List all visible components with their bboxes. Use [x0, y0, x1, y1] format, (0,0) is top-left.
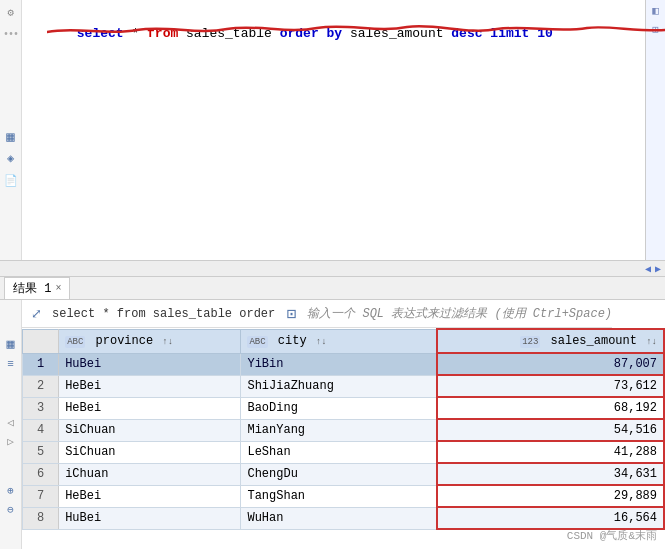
- scroll-right-arrow[interactable]: ▶: [655, 263, 661, 275]
- result-tabs: 结果 1 ×: [0, 276, 665, 300]
- city-cell: ChengDu: [241, 463, 437, 485]
- row-num-cell: 5: [23, 441, 59, 463]
- col-sort-sales[interactable]: ↑↓: [646, 337, 657, 347]
- col-header-sales[interactable]: 123 sales_amount ↑↓: [437, 329, 664, 353]
- table-name: sales_table: [178, 26, 279, 41]
- row-num-cell: 2: [23, 375, 59, 397]
- city-cell: YiBin: [241, 353, 437, 375]
- left-icon-grid[interactable]: ▦: [7, 336, 15, 352]
- gear-icon[interactable]: ⚙: [3, 4, 19, 20]
- left-icon-sort2[interactable]: ⊖: [7, 503, 14, 516]
- city-cell: ShiJiaZhuang: [241, 375, 437, 397]
- col-sort-city[interactable]: ↑↓: [316, 337, 327, 347]
- row-num-cell: 3: [23, 397, 59, 419]
- table-row[interactable]: 8HuBeiWuHan16,564: [23, 507, 665, 529]
- star: *: [124, 26, 147, 41]
- table-row[interactable]: 3HeBeiBaoDing68,192: [23, 397, 665, 419]
- province-cell: HeBei: [59, 485, 241, 507]
- table-row[interactable]: 7HeBeiTangShan29,889: [23, 485, 665, 507]
- sales-cell: 73,612: [437, 375, 664, 397]
- limit-number: 10: [537, 26, 553, 41]
- city-cell: BaoDing: [241, 397, 437, 419]
- keyword-order: order: [280, 26, 319, 41]
- horizontal-scrollbar[interactable]: ◀ ▶: [0, 260, 665, 276]
- editor-area: ⚙ ••• ▦ ◈ 📄 select * from sales_table or…: [0, 0, 665, 260]
- row-num-cell: 4: [23, 419, 59, 441]
- results-table-wrapper: ABC province ↑↓ ABC city ↑↓ 123 sales_am…: [22, 328, 665, 549]
- keyword-by: by: [319, 26, 342, 41]
- row-num-cell: 1: [23, 353, 59, 375]
- col-header-rownum: [23, 329, 59, 353]
- sales-cell: 54,516: [437, 419, 664, 441]
- sql-line: select * from sales_table order by sales…: [30, 4, 637, 64]
- editor-main[interactable]: select * from sales_table order by sales…: [22, 0, 645, 260]
- city-cell: WuHan: [241, 507, 437, 529]
- file-icon[interactable]: 📄: [3, 172, 19, 188]
- col-type-province: ABC: [65, 336, 85, 348]
- filter-sql-preview: select * from sales_table order: [52, 307, 275, 321]
- left-icon-table[interactable]: ≡: [7, 358, 14, 370]
- results-left-icons-top: [0, 300, 22, 328]
- sales-cell: 34,631: [437, 463, 664, 485]
- order-column: sales_amount: [342, 26, 451, 41]
- province-cell: HeBei: [59, 375, 241, 397]
- sales-cell: 87,007: [437, 353, 664, 375]
- keyword-from: from: [147, 26, 178, 41]
- results-table: ABC province ↑↓ ABC city ↑↓ 123 sales_am…: [22, 328, 665, 530]
- dots-icon: •••: [3, 26, 19, 42]
- table-row[interactable]: 6iChuanChengDu34,631: [23, 463, 665, 485]
- table-row[interactable]: 4SiChuanMianYang54,516: [23, 419, 665, 441]
- filter-bar: ⤢ select * from sales_table order ⊡ 输入一个…: [22, 300, 612, 328]
- filter-icon[interactable]: ⊡: [281, 304, 301, 324]
- filter-bar-row: ⤢ select * from sales_table order ⊡ 输入一个…: [0, 300, 665, 328]
- expand-icon[interactable]: ⤢: [26, 304, 46, 324]
- sales-cell: 41,288: [437, 441, 664, 463]
- result-tab-1[interactable]: 结果 1 ×: [4, 277, 70, 299]
- keyword-desc: desc: [451, 26, 482, 41]
- keyword-limit: limit: [483, 26, 538, 41]
- filter-input-placeholder[interactable]: 输入一个 SQL 表达式来过滤结果 (使用 Ctrl+Space): [307, 305, 612, 322]
- col-sort-province[interactable]: ↑↓: [162, 337, 173, 347]
- col-header-city[interactable]: ABC city ↑↓: [241, 329, 437, 353]
- col-label-sales: sales_amount: [551, 334, 637, 348]
- province-cell: iChuan: [59, 463, 241, 485]
- row-num-cell: 8: [23, 507, 59, 529]
- col-type-city: ABC: [247, 336, 267, 348]
- table-row[interactable]: 2HeBeiShiJiaZhuang73,612: [23, 375, 665, 397]
- results-area: ▦ ≡ ◁ ▷ ⊕ ⊖ ABC province ↑↓: [0, 328, 665, 549]
- toolbar-icon-2[interactable]: ⊞: [652, 23, 659, 36]
- province-cell: HuBei: [59, 353, 241, 375]
- toolbar-icon-1[interactable]: ◧: [652, 4, 659, 17]
- province-cell: SiChuan: [59, 419, 241, 441]
- city-cell: TangShan: [241, 485, 437, 507]
- left-icon-nav[interactable]: ◁: [7, 416, 14, 429]
- run-icon[interactable]: ◈: [3, 150, 19, 166]
- watermark: CSDN @气质&末雨: [567, 528, 657, 543]
- results-left-icons: ▦ ≡ ◁ ▷ ⊕ ⊖: [0, 328, 22, 549]
- col-label-city: city: [278, 334, 307, 348]
- bottom-area: 结果 1 × ⤢ select * from sales_table order…: [0, 276, 665, 549]
- keyword-select: select: [77, 26, 124, 41]
- sales-cell: 68,192: [437, 397, 664, 419]
- table-icon[interactable]: ▦: [3, 128, 19, 144]
- sales-cell: 16,564: [437, 507, 664, 529]
- left-gutter: ⚙ ••• ▦ ◈ 📄: [0, 0, 22, 260]
- sales-cell: 29,889: [437, 485, 664, 507]
- province-cell: HeBei: [59, 397, 241, 419]
- tab-close-button[interactable]: ×: [55, 283, 61, 294]
- scroll-left-arrow[interactable]: ◀: [645, 263, 651, 275]
- result-tab-label: 结果 1: [13, 280, 51, 297]
- table-row[interactable]: 5SiChuanLeShan41,288: [23, 441, 665, 463]
- left-icon-sort[interactable]: ⊕: [7, 484, 14, 497]
- city-cell: MianYang: [241, 419, 437, 441]
- province-cell: SiChuan: [59, 441, 241, 463]
- col-type-sales: 123: [520, 336, 540, 348]
- province-cell: HuBei: [59, 507, 241, 529]
- city-cell: LeShan: [241, 441, 437, 463]
- left-icon-nav2[interactable]: ▷: [7, 435, 14, 448]
- col-header-province[interactable]: ABC province ↑↓: [59, 329, 241, 353]
- table-row[interactable]: 1HuBeiYiBin87,007: [23, 353, 665, 375]
- col-label-province: province: [96, 334, 154, 348]
- table-body: 1HuBeiYiBin87,0072HeBeiShiJiaZhuang73,61…: [23, 353, 665, 529]
- right-toolbar: ◧ ⊞: [645, 0, 665, 260]
